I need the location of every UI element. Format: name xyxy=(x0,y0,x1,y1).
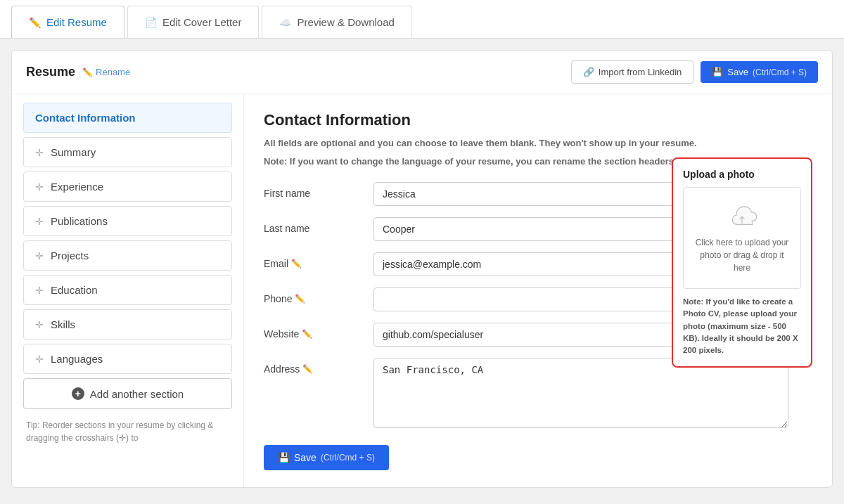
website-label: Website ✏️ xyxy=(264,323,362,340)
tab-preview-download[interactable]: ☁️ Preview & Download xyxy=(262,6,411,38)
drag-handle-education[interactable]: ✛ xyxy=(35,285,44,296)
top-tab-bar: ✏️ Edit Resume 📄 Edit Cover Letter ☁️ Pr… xyxy=(0,0,844,39)
email-label: Email ✏️ xyxy=(264,252,362,269)
plus-circle-icon: + xyxy=(72,387,84,400)
drag-handle-skills[interactable]: ✛ xyxy=(35,319,44,330)
upload-drop-text: Click here to upload your photo or drag … xyxy=(692,236,792,274)
header-save-button[interactable]: 💾 Save (Ctrl/Cmd + S) xyxy=(701,61,818,83)
drag-handle-projects[interactable]: ✛ xyxy=(35,250,44,261)
edit-resume-icon: ✏️ xyxy=(29,17,41,28)
sidebar-item-languages[interactable]: ✛ Languages xyxy=(23,344,232,374)
sidebar-label-publications: Publications xyxy=(51,215,108,227)
drag-handle-languages[interactable]: ✛ xyxy=(35,354,44,365)
email-edit-icon[interactable]: ✏️ xyxy=(291,259,302,269)
address-edit-icon[interactable]: ✏️ xyxy=(302,364,313,374)
last-name-label: Last name xyxy=(264,217,362,234)
address-input[interactable]: San Francisco, CA xyxy=(373,358,788,428)
upload-photo-panel: Upload a photo Click here to upload your… xyxy=(672,157,812,368)
sidebar-label-projects: Projects xyxy=(51,250,89,261)
cloud-upload-icon xyxy=(725,202,759,229)
address-row: Address ✏️ San Francisco, CA xyxy=(264,358,812,428)
save-bottom-icon: 💾 xyxy=(278,452,290,463)
sidebar-label-contact-information: Contact Information xyxy=(35,112,136,124)
first-name-label: First name xyxy=(264,182,362,199)
upload-dropzone[interactable]: Click here to upload your photo or drag … xyxy=(683,187,801,289)
website-edit-icon[interactable]: ✏️ xyxy=(302,329,312,339)
sidebar-item-experience[interactable]: ✛ Experience xyxy=(23,172,232,202)
import-linkedin-button[interactable]: 🔗 Import from Linkedin xyxy=(571,60,694,84)
sidebar-item-publications[interactable]: ✛ Publications xyxy=(23,206,232,236)
resume-title-area: Resume Rename xyxy=(26,65,130,79)
section-title: Contact Information xyxy=(264,111,812,129)
sidebar-item-summary[interactable]: ✛ Summary xyxy=(23,137,232,167)
phone-label: Phone ✏️ xyxy=(264,287,362,304)
sidebar-item-skills[interactable]: ✛ Skills xyxy=(23,309,232,340)
main-container: Resume Rename 🔗 Import from Linkedin 💾 S… xyxy=(11,50,833,488)
sidebar-item-projects[interactable]: ✛ Projects xyxy=(23,240,232,271)
header-buttons: 🔗 Import from Linkedin 💾 Save (Ctrl/Cmd … xyxy=(571,60,818,84)
tab-edit-resume[interactable]: ✏️ Edit Resume xyxy=(11,6,124,38)
sidebar-label-skills: Skills xyxy=(51,318,75,330)
upload-photo-title: Upload a photo xyxy=(683,169,801,180)
rename-link[interactable]: Rename xyxy=(82,67,130,77)
content-area: Contact Information ✛ Summary ✛ Experien… xyxy=(12,94,832,487)
main-form-area: Contact Information All fields are optio… xyxy=(244,94,832,487)
drag-handle-publications[interactable]: ✛ xyxy=(35,216,44,227)
bottom-save-button[interactable]: 💾 Save (Ctrl/Cmd + S) xyxy=(264,445,389,470)
drag-handle-experience[interactable]: ✛ xyxy=(35,181,44,193)
upload-note: Note: If you'd like to create a Photo CV… xyxy=(683,296,801,356)
address-label: Address ✏️ xyxy=(264,358,362,375)
preview-download-icon: ☁️ xyxy=(279,17,291,28)
sidebar-label-languages: Languages xyxy=(51,353,103,365)
phone-edit-icon[interactable]: ✏️ xyxy=(295,294,305,304)
sidebar-item-contact-information[interactable]: Contact Information xyxy=(23,103,232,133)
section-desc: All fields are optional and you can choo… xyxy=(264,136,812,150)
drag-handle-summary[interactable]: ✛ xyxy=(35,147,44,158)
sidebar-label-education: Education xyxy=(51,284,98,296)
add-section-button[interactable]: + Add another section xyxy=(23,378,232,409)
sidebar-tip: Tip: Reorder sections in your resume by … xyxy=(23,413,232,450)
sidebar-label-experience: Experience xyxy=(51,181,103,193)
sidebar-label-summary: Summary xyxy=(51,146,96,158)
edit-cover-letter-icon: 📄 xyxy=(145,17,157,28)
resume-header: Resume Rename 🔗 Import from Linkedin 💾 S… xyxy=(12,51,832,94)
tab-edit-cover-letter[interactable]: 📄 Edit Cover Letter xyxy=(127,6,260,38)
save-icon: 💾 xyxy=(712,67,723,77)
linkedin-icon: 🔗 xyxy=(583,67,594,77)
sidebar: Contact Information ✛ Summary ✛ Experien… xyxy=(12,94,244,487)
resume-title: Resume xyxy=(26,65,75,79)
sidebar-item-education[interactable]: ✛ Education xyxy=(23,275,232,305)
